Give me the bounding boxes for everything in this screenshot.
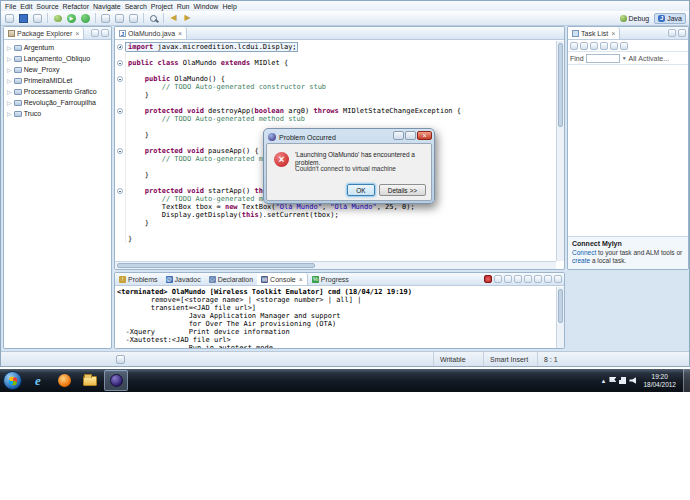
task-find-input[interactable] [586, 54, 620, 63]
fold-toggle-icon[interactable] [117, 76, 123, 82]
ok-button[interactable]: OK [347, 184, 374, 196]
expand-arrow-icon[interactable]: ▷ [7, 44, 12, 51]
start-button[interactable] [3, 371, 22, 390]
menu-window[interactable]: Window [191, 3, 220, 10]
forward-icon[interactable]: ▶ [181, 12, 194, 24]
fold-gutter[interactable] [115, 155, 126, 163]
categorize-icon[interactable] [590, 42, 598, 50]
project-item[interactable]: ▷Truco [4, 108, 111, 119]
minimize-view-icon[interactable] [91, 29, 99, 37]
details-button[interactable]: Details >> [379, 184, 426, 196]
network-icon[interactable] [619, 377, 626, 384]
project-item[interactable]: ▷Revolução_Farroupilha [4, 97, 111, 108]
project-item[interactable]: ▷New_Proxy [4, 64, 111, 75]
menu-edit[interactable]: Edit [18, 3, 34, 10]
fold-gutter[interactable] [115, 59, 126, 67]
fold-toggle-icon[interactable] [117, 188, 123, 194]
action-center-icon[interactable] [609, 377, 616, 384]
fold-gutter[interactable] [115, 91, 126, 99]
print-icon[interactable] [31, 12, 44, 24]
filter-icon[interactable] [600, 42, 608, 50]
minimize-view-icon[interactable] [544, 275, 552, 283]
activate-link[interactable]: Activate... [638, 55, 669, 62]
debug-perspective-button[interactable]: Debug [617, 14, 653, 23]
volume-icon[interactable] [629, 377, 636, 384]
console-vertical-scrollbar[interactable] [556, 287, 564, 348]
menu-file[interactable]: File [3, 3, 18, 10]
fold-gutter[interactable] [115, 131, 126, 139]
mylyn-link[interactable]: Connect [572, 249, 596, 256]
tab-problems[interactable]: !Problems [115, 273, 162, 285]
fold-toggle-icon[interactable] [117, 148, 123, 154]
expand-arrow-icon[interactable]: ▷ [7, 88, 12, 95]
close-icon[interactable]: × [611, 30, 615, 37]
fold-toggle-icon[interactable] [117, 108, 123, 114]
menu-run[interactable]: Run [175, 3, 192, 10]
fold-gutter[interactable] [115, 67, 126, 75]
menu-search[interactable]: Search [123, 3, 149, 10]
taskbar-ie-icon[interactable]: e [26, 370, 50, 391]
fold-gutter[interactable] [115, 75, 126, 83]
fold-gutter[interactable] [115, 83, 126, 91]
project-item[interactable]: ▷PrimeiraMIDLet [4, 75, 111, 86]
synchronize-icon[interactable] [580, 42, 588, 50]
taskbar-explorer-icon[interactable] [78, 370, 102, 391]
fold-toggle-icon[interactable] [117, 60, 123, 66]
fold-gutter[interactable] [115, 227, 126, 235]
fold-gutter[interactable] [115, 139, 126, 147]
minimize-view-icon[interactable] [668, 29, 676, 37]
fold-gutter[interactable] [115, 187, 126, 195]
fold-gutter[interactable] [115, 163, 126, 171]
new-class-icon[interactable] [127, 12, 140, 24]
menu-source[interactable]: Source [34, 3, 60, 10]
editor-tab[interactable]: J OlaMundo.java × [115, 27, 187, 39]
menu-help[interactable]: Help [220, 3, 238, 10]
minimize-button[interactable] [393, 131, 404, 140]
terminate-icon[interactable] [484, 275, 492, 283]
expand-arrow-icon[interactable]: ▷ [7, 55, 12, 62]
menu-navigate[interactable]: Navigate [91, 3, 123, 10]
new-package-icon[interactable] [113, 12, 126, 24]
console-output[interactable]: <terminated> OlaMundo [Wireless Toolkit … [115, 287, 556, 348]
tab-javadoc[interactable]: @Javadoc [162, 273, 205, 285]
taskbar-eclipse-icon[interactable] [104, 370, 128, 391]
fold-gutter[interactable] [115, 123, 126, 131]
menu-refactor[interactable]: Refactor [61, 3, 91, 10]
save-icon[interactable] [17, 12, 30, 24]
fold-gutter[interactable] [115, 211, 126, 219]
fold-gutter[interactable] [115, 235, 126, 243]
new-task-icon[interactable] [570, 42, 578, 50]
remove-launch-icon[interactable] [494, 275, 502, 283]
back-icon[interactable]: ◀ [167, 12, 180, 24]
close-icon[interactable]: × [178, 30, 182, 37]
maximize-button[interactable] [405, 131, 416, 140]
taskbar-firefox-icon[interactable] [52, 370, 76, 391]
search-icon[interactable] [147, 12, 160, 24]
new-icon[interactable] [3, 12, 16, 24]
editor-horizontal-scrollbar[interactable] [115, 261, 556, 269]
scope-all-dropdown[interactable]: All [629, 55, 637, 62]
close-icon[interactable]: × [299, 276, 303, 283]
chevron-down-icon[interactable]: ▼ [622, 55, 627, 61]
maximize-view-icon[interactable] [554, 275, 562, 283]
fold-gutter[interactable] [115, 147, 126, 155]
dialog-title-bar[interactable]: Problem Occurred × [266, 131, 432, 143]
display-selected-console-icon[interactable] [534, 275, 542, 283]
fold-gutter[interactable] [115, 107, 126, 115]
editor-vertical-scrollbar[interactable] [556, 41, 564, 261]
fold-gutter[interactable] [115, 203, 126, 211]
collapse-all-icon[interactable] [610, 42, 618, 50]
fold-gutter[interactable] [115, 219, 126, 227]
task-list-tab[interactable]: Task List × [568, 27, 620, 39]
project-item[interactable]: ▷Lançamento_Obliquo [4, 53, 111, 64]
fold-gutter[interactable] [115, 51, 126, 59]
close-icon[interactable]: × [75, 30, 79, 37]
scrollbar-thumb[interactable] [558, 289, 563, 323]
tab-declaration[interactable]: ◇Declaration [205, 273, 257, 285]
show-desktop-button[interactable] [683, 369, 690, 392]
external-tools-icon[interactable] [79, 12, 92, 24]
tab-progress[interactable]: %Progress [308, 273, 353, 285]
package-explorer-tab[interactable]: Package Explorer × [4, 27, 84, 39]
fold-gutter[interactable] [115, 171, 126, 179]
fold-gutter[interactable] [115, 195, 126, 203]
